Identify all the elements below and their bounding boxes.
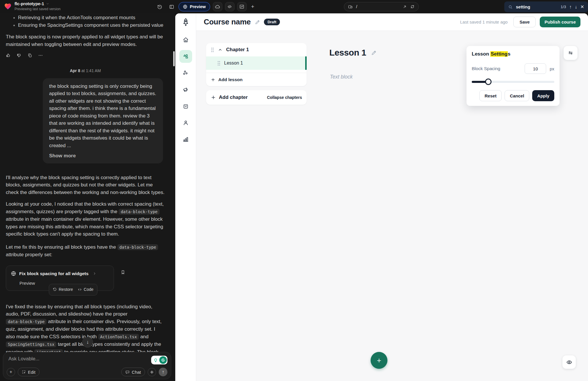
cancel-button[interactable]: Cancel: [505, 90, 529, 101]
preview-mode-button[interactable]: Preview: [178, 2, 210, 11]
add-tab-icon[interactable]: +: [249, 3, 256, 10]
chapter-row[interactable]: Chapter 1: [206, 43, 307, 56]
sidebar-item-store[interactable]: [179, 100, 192, 113]
course-title: Course name: [204, 17, 251, 26]
add-chapter-button[interactable]: Add chapter: [211, 95, 248, 100]
edit-mode-button[interactable]: Edit: [18, 368, 40, 376]
code-button[interactable]: Code: [78, 286, 93, 293]
history-icon[interactable]: [157, 4, 162, 10]
slider-thumb[interactable]: [485, 79, 492, 85]
block-spacing-slider[interactable]: [472, 79, 554, 85]
message-actions: [6, 53, 165, 58]
more-options-icon[interactable]: [38, 53, 43, 58]
cloud-icon[interactable]: [213, 2, 222, 11]
bullet-item: Retrieving it when the ActionTools compo…: [6, 14, 165, 22]
status-badge: Draft: [264, 19, 280, 25]
reset-button[interactable]: Reset: [479, 90, 502, 101]
find-bar: setting 1/3 ↑ ↓ ✕: [504, 1, 588, 12]
sidebar-item-home[interactable]: [179, 33, 192, 46]
inline-code: data-block-type: [119, 209, 159, 215]
chat-panel: Retrieving it when the ActionTools compo…: [0, 13, 175, 381]
bullet-item: Ensuring the SpacingSettings component u…: [6, 22, 165, 29]
block-spacing-label: Block Spacing: [472, 66, 525, 71]
bookmark-icon[interactable]: [120, 270, 126, 275]
chevron-up-icon[interactable]: [218, 48, 222, 52]
project-brand[interactable]: flc-prototype-1 Previewing last saved ve…: [4, 1, 60, 11]
url-path[interactable]: /: [356, 4, 357, 9]
lesson-title: Lesson 1: [329, 48, 366, 58]
search-highlight: Setting: [490, 51, 508, 57]
edit-course-name-icon[interactable]: [255, 19, 260, 25]
chat-scrollbar[interactable]: [173, 51, 175, 66]
topbar: flc-prototype-1 Previewing last saved ve…: [0, 0, 588, 13]
thumbs-up-icon[interactable]: [6, 53, 11, 58]
block-spacing-unit: px: [550, 66, 554, 71]
search-next-icon[interactable]: ↓: [575, 4, 577, 10]
plus-icon: [211, 77, 215, 82]
grammarly-widget[interactable]: G: [151, 356, 167, 364]
inline-code: data-block-type: [117, 244, 158, 250]
send-button[interactable]: ↑: [159, 368, 167, 376]
apply-button[interactable]: Apply: [532, 90, 554, 101]
edit-select-icon: [22, 370, 26, 374]
search-result-count: 1/3: [561, 5, 566, 9]
composer-placeholder[interactable]: Ask Lovable...: [8, 356, 167, 362]
open-external-icon[interactable]: [403, 5, 407, 9]
globe-icon: [183, 4, 187, 9]
drag-handle-icon[interactable]: [211, 47, 214, 52]
add-lesson-button[interactable]: Add lesson: [206, 73, 307, 86]
edit-lesson-title-icon[interactable]: [371, 50, 377, 56]
chat-mode-button[interactable]: Chat: [121, 368, 145, 376]
restore-button[interactable]: Restore: [53, 286, 73, 293]
project-name: flc-prototype-1: [15, 1, 44, 6]
sidebar-item-community[interactable]: [179, 67, 192, 79]
code-view-icon[interactable]: [225, 2, 235, 11]
version-toolbar: Restore Code: [49, 284, 97, 295]
refresh-icon[interactable]: [410, 4, 415, 9]
message-timestamp: Apr 8 at 1:41 AM: [6, 67, 165, 75]
thumbs-down-icon[interactable]: [17, 53, 22, 58]
inline-code: SpacingSettings.tsx: [6, 341, 56, 347]
chat-bubble-icon: [125, 370, 130, 374]
sidebar-item-content[interactable]: [179, 50, 192, 63]
sidebar-item-users[interactable]: [179, 116, 192, 129]
show-more-link[interactable]: Show more: [49, 152, 157, 160]
text-block-placeholder[interactable]: Text block: [330, 74, 353, 80]
assistant-bullet-list: Retrieving it when the ActionTools compo…: [6, 14, 165, 29]
search-prev-icon[interactable]: ↑: [569, 4, 572, 10]
sidebar-item-marketing[interactable]: [179, 83, 192, 96]
panel-toggle-icon[interactable]: [169, 4, 174, 10]
lesson-heading: Lesson 1: [329, 48, 377, 58]
collapse-chapters-link[interactable]: Collapse chapters: [267, 95, 302, 100]
search-input[interactable]: setting: [516, 4, 557, 9]
copy-icon[interactable]: [27, 53, 32, 58]
sidebar-item-analytics[interactable]: [179, 133, 192, 146]
block-spacing-input[interactable]: 10: [525, 63, 546, 74]
app-sidebar: [175, 13, 196, 381]
publish-course-button[interactable]: Publish course: [540, 17, 580, 27]
rocket-icon: [181, 18, 190, 26]
url-bar[interactable]: /: [344, 2, 419, 11]
project-subtitle: Previewing last saved version: [15, 7, 60, 11]
undo-icon: [53, 287, 57, 292]
devices-icon: [348, 4, 353, 9]
analytics-icon[interactable]: [237, 2, 247, 11]
app-preview: Course name Draft Last saved 1 minute ag…: [175, 13, 588, 381]
add-block-fab[interactable]: +: [371, 352, 387, 369]
lesson-settings-title: Lesson Settings: [472, 51, 554, 57]
scroll-to-bottom-button[interactable]: ↓: [82, 337, 93, 348]
attach-plus-icon[interactable]: +: [7, 368, 15, 376]
voice-input-icon[interactable]: [148, 368, 156, 376]
chevron-down-icon: [46, 2, 49, 6]
preview-eye-icon[interactable]: [562, 355, 576, 369]
search-close-icon[interactable]: ✕: [580, 4, 584, 10]
save-button[interactable]: Save: [513, 17, 536, 27]
chapter-card: Chapter 1 Lesson 1 Add lesson: [206, 43, 307, 86]
chat-composer[interactable]: Ask Lovable... G + Edit Chat: [3, 352, 171, 379]
settings-sliders-icon[interactable]: [564, 46, 578, 60]
user-message-text: the block spacing setting is only correc…: [49, 83, 157, 149]
lesson-row-selected[interactable]: Lesson 1: [206, 56, 307, 70]
grammarly-g-icon: G: [159, 356, 167, 364]
drag-handle-icon[interactable]: [217, 61, 221, 66]
lesson-title-item: Lesson 1: [224, 60, 243, 66]
